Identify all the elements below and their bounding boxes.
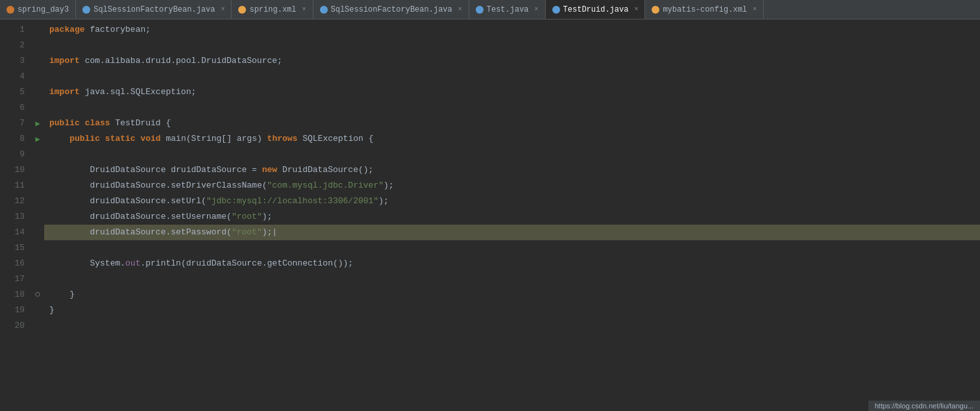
tab-spring_day3[interactable]: spring_day3 [0,0,76,19]
gutter-line-16 [31,256,44,271]
tab-icon-spring_xml [238,6,246,14]
tab-icon-test_java [476,6,484,14]
tab-close-test_java[interactable]: × [535,6,539,13]
gutter-line-19 [31,303,44,318]
code-line-5: import java.sql.SQLException; [44,84,980,100]
line-number-2: 2 [10,38,25,53]
line-number-11: 11 [10,178,25,193]
code-line-14: druidDataSource.setPassword("root");| [44,225,980,240]
tab-close-mybatis_config[interactable]: × [753,6,757,13]
line-number-7: 7 [10,116,25,131]
code-line-2 [44,38,980,53]
gutter-line-14 [31,225,44,240]
tab-label-sqlsession2: SqlSessionFactoryBean.java [331,5,452,14]
code-line-4 [44,69,980,84]
gutter-line-2 [31,38,44,53]
code-line-15 [44,240,980,256]
gutter-line-13 [31,209,44,225]
tab-spring_xml[interactable]: spring.xml× [232,0,313,19]
code-line-6 [44,100,980,116]
code-line-10: DruidDataSource druidDataSource = new Dr… [44,162,980,178]
code-line-3: import com.alibaba.druid.pool.DruidDataS… [44,53,980,69]
tab-label-testdruid: TestDruid.java [563,5,629,14]
line-number-19: 19 [10,303,25,318]
gutter-line-5 [31,84,44,100]
editor-area: 1234567891011121314151617181920 ▶▶○ pack… [0,19,980,411]
tab-bar: spring_day3SqlSessionFactoryBean.java×sp… [0,0,980,19]
line-number-12: 12 [10,193,25,209]
code-line-13: druidDataSource.setUsername("root"); [44,209,980,225]
gutter-line-18[interactable]: ○ [31,287,44,303]
gutter-line-4 [31,69,44,84]
status-bar: https://blog.csdn.net/liu/tangu... [868,401,980,411]
line-number-6: 6 [10,100,25,116]
line-number-8: 8 [10,131,25,147]
line-number-13: 13 [10,209,25,225]
tab-label-sqlsession1: SqlSessionFactoryBean.java [93,5,215,14]
code-line-12: druidDataSource.setUrl("jdbc:mysql://loc… [44,193,980,209]
tab-label-mybatis_config: mybatis-config.xml [663,5,747,14]
tab-sqlsession1[interactable]: SqlSessionFactoryBean.java× [76,0,232,19]
tab-close-spring_xml[interactable]: × [302,6,306,13]
gutter-line-15 [31,240,44,256]
tab-icon-testdruid [552,6,560,14]
code-line-11: druidDataSource.setDriverClassName("com.… [44,178,980,193]
code-line-20 [44,318,980,334]
code-line-7: public class TestDruid { [44,116,980,131]
code-line-19: } [44,303,980,318]
tab-test_java[interactable]: Test.java× [469,0,546,19]
line-number-9: 9 [10,147,25,162]
tab-icon-spring_day3 [6,6,14,14]
line-number-20: 20 [10,318,25,334]
tab-label-spring_day3: spring_day3 [18,5,69,14]
tab-icon-mybatis_config [652,6,659,14]
tab-icon-sqlsession2 [320,6,328,14]
tab-testdruid[interactable]: TestDruid.java× [546,0,646,19]
code-area: package factorybean;import com.alibaba.d… [44,19,980,411]
gutter-line-17 [31,271,44,287]
gutter-line-20 [31,318,44,334]
tab-close-sqlsession2[interactable]: × [458,6,462,13]
line-number-1: 1 [10,22,25,38]
gutter-line-3 [31,53,44,69]
tab-close-testdruid[interactable]: × [634,6,638,13]
gutter-line-12 [31,193,44,209]
line-number-10: 10 [10,162,25,178]
line-number-4: 4 [10,69,25,84]
gutter-line-1 [31,22,44,38]
line-number-15: 15 [10,240,25,256]
tab-label-test_java: Test.java [487,5,529,14]
code-line-16: System.out.println(druidDataSource.getCo… [44,256,980,271]
line-number-17: 17 [10,271,25,287]
gutter-line-7[interactable]: ▶ [31,116,44,131]
line-number-5: 5 [10,84,25,100]
line-number-16: 16 [10,256,25,271]
code-line-8: public static void main(String[] args) t… [44,131,980,147]
tab-close-sqlsession1[interactable]: × [221,6,225,13]
line-number-14: 14 [10,225,25,240]
status-url: https://blog.csdn.net/liu/tangu... [875,402,974,410]
code-line-1: package factorybean; [44,22,980,38]
gutter-line-6 [31,100,44,116]
line-number-18: 18 [10,287,25,303]
line-numbers: 1234567891011121314151617181920 [0,19,31,411]
code-line-9 [44,147,980,162]
tab-icon-sqlsession1 [82,6,90,14]
tab-mybatis_config[interactable]: mybatis-config.xml× [645,0,764,19]
gutter-line-8[interactable]: ▶ [31,131,44,147]
line-number-3: 3 [10,53,25,69]
tab-sqlsession2[interactable]: SqlSessionFactoryBean.java× [313,0,469,19]
gutter-line-9 [31,147,44,162]
tab-label-spring_xml: spring.xml [249,5,296,14]
code-line-17 [44,271,980,287]
gutter-line-11 [31,178,44,193]
gutter: ▶▶○ [31,19,44,411]
code-line-18: } [44,287,980,303]
gutter-line-10 [31,162,44,178]
